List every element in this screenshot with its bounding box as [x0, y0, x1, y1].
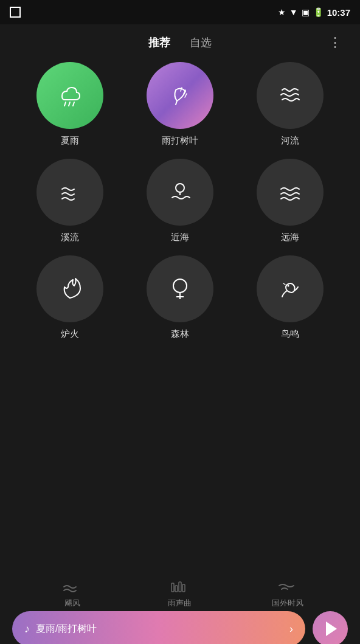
tab-recommended[interactable]: 推荐 — [148, 35, 170, 50]
label-birds: 鸟鸣 — [281, 328, 299, 340]
partial-item-rain-song[interactable]: 雨声曲 — [126, 580, 234, 606]
abroad-wind-icon — [277, 580, 299, 595]
svg-rect-15 — [182, 584, 185, 592]
player-row: ♪ 夏雨/雨打树叶 › — [0, 611, 360, 644]
play-triangle-icon — [326, 621, 337, 636]
svg-rect-12 — [171, 583, 174, 592]
bottom-partial-row: 飓风 雨声曲 国外时风 — [0, 580, 360, 606]
svg-rect-13 — [175, 586, 178, 592]
icon-circle-forest — [147, 255, 213, 322]
grid-item-far-sea[interactable]: 远海 — [238, 159, 342, 243]
play-button[interactable] — [313, 611, 348, 644]
label-far-sea: 远海 — [281, 232, 299, 243]
status-square-icon — [10, 7, 21, 18]
tab-custom[interactable]: 自选 — [190, 35, 212, 50]
svg-line-2 — [73, 102, 74, 106]
status-right: ★ ▼ ▣ 🔋 10:37 — [278, 7, 350, 18]
player-pill[interactable]: ♪ 夏雨/雨打树叶 › — [12, 611, 305, 644]
rain-leaf-icon — [164, 79, 196, 112]
icon-circle-birds — [257, 255, 324, 322]
player-left: ♪ 夏雨/雨打树叶 — [24, 623, 97, 635]
battery-icon: 🔋 — [313, 7, 324, 17]
grid-item-rain-leaves[interactable]: 雨打树叶 — [128, 62, 232, 147]
label-stream: 溪流 — [61, 232, 79, 243]
music-note-icon: ♪ — [24, 623, 30, 635]
star-icon: ★ — [278, 7, 286, 17]
fire-icon — [54, 272, 86, 305]
svg-point-11 — [287, 285, 289, 287]
grid-item-stream[interactable]: 溪流 — [18, 159, 122, 243]
near-sea-icon — [164, 176, 196, 209]
icon-circle-near-sea — [147, 159, 213, 226]
status-left — [10, 7, 21, 18]
grid-item-near-sea[interactable]: 近海 — [128, 159, 232, 243]
svg-point-8 — [173, 279, 187, 293]
cloud-rain-icon — [54, 79, 86, 112]
status-bar: ★ ▼ ▣ 🔋 10:37 — [0, 0, 360, 24]
stream-icon — [54, 176, 86, 209]
grid-item-summer-rain[interactable]: 夏雨 — [18, 62, 122, 147]
status-time: 10:37 — [327, 7, 350, 18]
bird-icon — [274, 272, 306, 305]
rain-song-icon — [169, 580, 191, 595]
label-rain-leaves: 雨打树叶 — [162, 135, 198, 147]
partial-item-abroad-wind[interactable]: 国外时风 — [234, 580, 342, 606]
sound-grid: 夏雨 雨打树叶 河流 — [0, 56, 360, 340]
grid-item-river[interactable]: 河流 — [238, 62, 342, 147]
grid-item-fire[interactable]: 炉火 — [18, 255, 122, 340]
grid-item-forest[interactable]: 森林 — [128, 255, 232, 340]
nav-bar: 推荐 自选 ⋮ — [0, 24, 360, 56]
label-fire: 炉火 — [61, 328, 79, 340]
player-title: 夏雨/雨打树叶 — [36, 623, 97, 635]
partial-label-rain-song: 雨声曲 — [168, 598, 192, 606]
far-sea-icon — [274, 176, 306, 209]
svg-rect-14 — [179, 582, 181, 592]
icon-circle-river — [257, 62, 324, 129]
grid-item-birds[interactable]: 鸟鸣 — [238, 255, 342, 340]
more-menu-button[interactable]: ⋮ — [328, 35, 343, 50]
signal-icon: ▣ — [302, 7, 310, 17]
label-summer-rain: 夏雨 — [61, 135, 79, 147]
icon-circle-rain-leaves — [147, 62, 213, 129]
svg-line-1 — [69, 102, 70, 106]
partial-label-abroad-wind: 国外时风 — [272, 598, 303, 606]
icon-circle-far-sea — [257, 159, 324, 226]
tree-icon — [164, 272, 196, 305]
icon-circle-stream — [36, 159, 103, 226]
icon-circle-summer-rain — [36, 62, 103, 129]
label-near-sea: 近海 — [171, 232, 189, 243]
svg-line-5 — [185, 94, 187, 97]
bottom-bar: 飓风 雨声曲 国外时风 ♪ 夏雨/雨打树叶 › — [0, 577, 360, 644]
river-icon — [274, 79, 306, 112]
svg-point-6 — [176, 184, 184, 192]
partial-item-typhoon[interactable]: 飓风 — [18, 580, 126, 606]
icon-circle-fire — [36, 255, 103, 322]
svg-line-0 — [64, 102, 66, 106]
wifi-icon: ▼ — [289, 7, 298, 17]
label-forest: 森林 — [171, 328, 189, 340]
label-river: 河流 — [281, 135, 299, 147]
partial-label-typhoon: 飓风 — [64, 598, 80, 606]
typhoon-icon — [61, 580, 83, 595]
player-chevron-icon: › — [289, 623, 293, 635]
